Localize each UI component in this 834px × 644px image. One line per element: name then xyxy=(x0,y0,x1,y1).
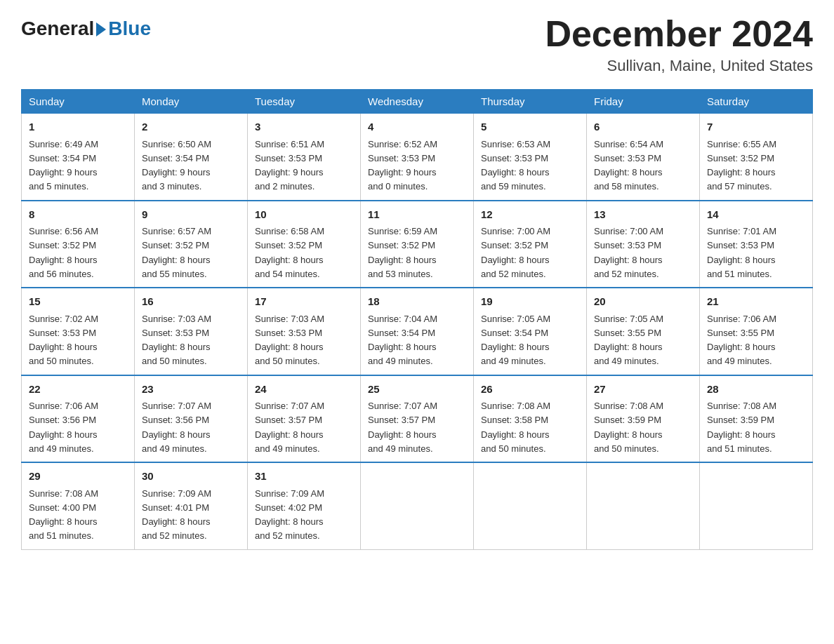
col-tuesday: Tuesday xyxy=(248,90,361,114)
col-monday: Monday xyxy=(135,90,248,114)
day-info: Sunrise: 6:57 AMSunset: 3:52 PMDaylight:… xyxy=(142,226,211,279)
day-info: Sunrise: 7:07 AMSunset: 3:56 PMDaylight:… xyxy=(142,401,211,454)
day-info: Sunrise: 7:03 AMSunset: 3:53 PMDaylight:… xyxy=(255,314,324,367)
day-number: 24 xyxy=(255,382,353,398)
logo-arrow-icon xyxy=(96,22,106,36)
day-number: 3 xyxy=(255,119,353,135)
day-info: Sunrise: 7:09 AMSunset: 4:01 PMDaylight:… xyxy=(142,488,211,542)
day-number: 9 xyxy=(142,207,240,223)
logo: General Blue xyxy=(21,14,151,40)
table-row: 24Sunrise: 7:07 AMSunset: 3:57 PMDayligh… xyxy=(248,375,361,463)
table-row: 31Sunrise: 7:09 AMSunset: 4:02 PMDayligh… xyxy=(248,462,361,549)
day-number: 2 xyxy=(142,119,240,135)
header-row: Sunday Monday Tuesday Wednesday Thursday… xyxy=(22,90,813,114)
table-row: 15Sunrise: 7:02 AMSunset: 3:53 PMDayligh… xyxy=(22,288,135,375)
day-number: 20 xyxy=(594,294,692,310)
day-number: 14 xyxy=(707,207,805,223)
day-number: 18 xyxy=(368,294,466,310)
day-number: 30 xyxy=(142,469,240,485)
day-number: 25 xyxy=(368,382,466,398)
day-info: Sunrise: 7:03 AMSunset: 3:53 PMDaylight:… xyxy=(142,314,211,367)
table-row: 1Sunrise: 6:49 AMSunset: 3:54 PMDaylight… xyxy=(22,114,135,201)
day-info: Sunrise: 7:08 AMSunset: 4:00 PMDaylight:… xyxy=(29,488,98,542)
table-row: 27Sunrise: 7:08 AMSunset: 3:59 PMDayligh… xyxy=(587,375,700,463)
table-row: 13Sunrise: 7:00 AMSunset: 3:53 PMDayligh… xyxy=(587,201,700,288)
table-row: 12Sunrise: 7:00 AMSunset: 3:52 PMDayligh… xyxy=(474,201,587,288)
day-number: 16 xyxy=(142,294,240,310)
table-row xyxy=(474,462,587,549)
day-info: Sunrise: 7:06 AMSunset: 3:55 PMDaylight:… xyxy=(707,314,776,367)
table-row: 29Sunrise: 7:08 AMSunset: 4:00 PMDayligh… xyxy=(22,462,135,549)
day-number: 26 xyxy=(481,382,579,398)
day-number: 31 xyxy=(255,469,353,485)
day-info: Sunrise: 6:55 AMSunset: 3:52 PMDaylight:… xyxy=(707,139,776,192)
day-info: Sunrise: 7:02 AMSunset: 3:53 PMDaylight:… xyxy=(29,314,98,367)
day-number: 22 xyxy=(29,382,127,398)
col-friday: Friday xyxy=(587,90,700,114)
day-number: 17 xyxy=(255,294,353,310)
week-row-1: 1Sunrise: 6:49 AMSunset: 3:54 PMDaylight… xyxy=(22,114,813,201)
day-info: Sunrise: 6:53 AMSunset: 3:53 PMDaylight:… xyxy=(481,139,550,192)
day-info: Sunrise: 6:52 AMSunset: 3:53 PMDaylight:… xyxy=(368,139,437,192)
day-number: 8 xyxy=(29,207,127,223)
day-info: Sunrise: 6:56 AMSunset: 3:52 PMDaylight:… xyxy=(29,226,98,279)
day-info: Sunrise: 6:50 AMSunset: 3:54 PMDaylight:… xyxy=(142,139,211,192)
week-row-5: 29Sunrise: 7:08 AMSunset: 4:00 PMDayligh… xyxy=(22,462,813,549)
day-number: 27 xyxy=(594,382,692,398)
month-title: December 2024 xyxy=(545,14,813,54)
page-header: General Blue December 2024 Sullivan, Mai… xyxy=(21,14,813,75)
day-number: 5 xyxy=(481,119,579,135)
table-row xyxy=(361,462,474,549)
day-info: Sunrise: 7:05 AMSunset: 3:55 PMDaylight:… xyxy=(594,314,663,367)
table-row: 18Sunrise: 7:04 AMSunset: 3:54 PMDayligh… xyxy=(361,288,474,375)
table-row: 21Sunrise: 7:06 AMSunset: 3:55 PMDayligh… xyxy=(700,288,813,375)
day-number: 21 xyxy=(707,294,805,310)
col-wednesday: Wednesday xyxy=(361,90,474,114)
day-number: 10 xyxy=(255,207,353,223)
day-number: 7 xyxy=(707,119,805,135)
day-info: Sunrise: 7:00 AMSunset: 3:52 PMDaylight:… xyxy=(481,226,550,279)
table-row: 22Sunrise: 7:06 AMSunset: 3:56 PMDayligh… xyxy=(22,375,135,463)
table-row xyxy=(700,462,813,549)
day-info: Sunrise: 7:07 AMSunset: 3:57 PMDaylight:… xyxy=(255,401,324,454)
table-row: 6Sunrise: 6:54 AMSunset: 3:53 PMDaylight… xyxy=(587,114,700,201)
table-row: 2Sunrise: 6:50 AMSunset: 3:54 PMDaylight… xyxy=(135,114,248,201)
table-row: 23Sunrise: 7:07 AMSunset: 3:56 PMDayligh… xyxy=(135,375,248,463)
table-row: 10Sunrise: 6:58 AMSunset: 3:52 PMDayligh… xyxy=(248,201,361,288)
table-row: 7Sunrise: 6:55 AMSunset: 3:52 PMDaylight… xyxy=(700,114,813,201)
day-number: 6 xyxy=(594,119,692,135)
day-info: Sunrise: 6:54 AMSunset: 3:53 PMDaylight:… xyxy=(594,139,663,192)
day-info: Sunrise: 7:07 AMSunset: 3:57 PMDaylight:… xyxy=(368,401,437,454)
table-row: 28Sunrise: 7:08 AMSunset: 3:59 PMDayligh… xyxy=(700,375,813,463)
logo-general-text: General xyxy=(21,18,94,40)
day-info: Sunrise: 6:58 AMSunset: 3:52 PMDaylight:… xyxy=(255,226,324,279)
table-row: 9Sunrise: 6:57 AMSunset: 3:52 PMDaylight… xyxy=(135,201,248,288)
table-row: 3Sunrise: 6:51 AMSunset: 3:53 PMDaylight… xyxy=(248,114,361,201)
table-row: 17Sunrise: 7:03 AMSunset: 3:53 PMDayligh… xyxy=(248,288,361,375)
table-row: 16Sunrise: 7:03 AMSunset: 3:53 PMDayligh… xyxy=(135,288,248,375)
day-number: 28 xyxy=(707,382,805,398)
day-info: Sunrise: 7:06 AMSunset: 3:56 PMDaylight:… xyxy=(29,401,98,454)
day-number: 19 xyxy=(481,294,579,310)
table-row: 26Sunrise: 7:08 AMSunset: 3:58 PMDayligh… xyxy=(474,375,587,463)
table-row: 8Sunrise: 6:56 AMSunset: 3:52 PMDaylight… xyxy=(22,201,135,288)
title-area: December 2024 Sullivan, Maine, United St… xyxy=(545,14,813,75)
table-row: 5Sunrise: 6:53 AMSunset: 3:53 PMDaylight… xyxy=(474,114,587,201)
day-info: Sunrise: 7:04 AMSunset: 3:54 PMDaylight:… xyxy=(368,314,437,367)
calendar-table: Sunday Monday Tuesday Wednesday Thursday… xyxy=(21,89,813,550)
day-number: 13 xyxy=(594,207,692,223)
day-number: 29 xyxy=(29,469,127,485)
day-info: Sunrise: 6:59 AMSunset: 3:52 PMDaylight:… xyxy=(368,226,437,279)
week-row-4: 22Sunrise: 7:06 AMSunset: 3:56 PMDayligh… xyxy=(22,375,813,463)
col-sunday: Sunday xyxy=(22,90,135,114)
day-number: 1 xyxy=(29,119,127,135)
day-number: 4 xyxy=(368,119,466,135)
day-info: Sunrise: 7:08 AMSunset: 3:58 PMDaylight:… xyxy=(481,401,550,454)
day-info: Sunrise: 6:51 AMSunset: 3:53 PMDaylight:… xyxy=(255,139,324,192)
col-saturday: Saturday xyxy=(700,90,813,114)
table-row: 20Sunrise: 7:05 AMSunset: 3:55 PMDayligh… xyxy=(587,288,700,375)
day-info: Sunrise: 7:08 AMSunset: 3:59 PMDaylight:… xyxy=(707,401,776,454)
day-info: Sunrise: 7:01 AMSunset: 3:53 PMDaylight:… xyxy=(707,226,776,279)
day-info: Sunrise: 7:09 AMSunset: 4:02 PMDaylight:… xyxy=(255,488,324,542)
table-row: 25Sunrise: 7:07 AMSunset: 3:57 PMDayligh… xyxy=(361,375,474,463)
